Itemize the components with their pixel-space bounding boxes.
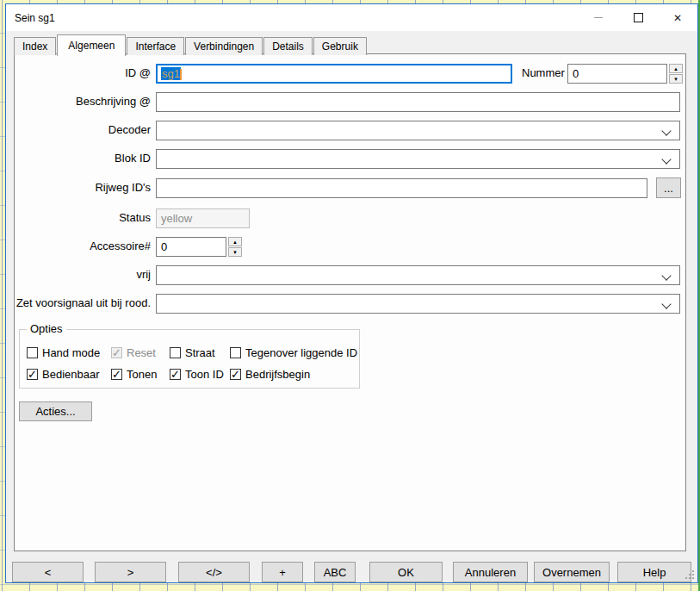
help-button[interactable]: Help (617, 562, 691, 582)
accessoire-spin-down-icon[interactable]: ▼ (228, 247, 242, 257)
checkbox-label: Bedienbaar (42, 368, 100, 381)
checkbox-icon (170, 369, 181, 380)
checkbox-label: Reset (127, 346, 156, 359)
checkbox-label: Straat (185, 346, 215, 359)
window-title: Sein sg1 (15, 12, 55, 24)
close-button[interactable]: ✕ (658, 4, 697, 31)
accessoire-label: Accessoire# (15, 240, 151, 252)
annuleren-button[interactable]: Annuleren (453, 562, 528, 582)
rijweg-browse-button[interactable]: ... (656, 177, 681, 198)
maximize-icon (634, 13, 643, 22)
vrij-label: vrij (15, 268, 151, 281)
add-button[interactable]: + (262, 562, 303, 582)
abc-button[interactable]: ABC (314, 562, 356, 582)
beschrijving-label: Beschrijving @ (15, 95, 151, 108)
checkbox-bedrijfsbegin[interactable]: Bedrijfsbegin (230, 368, 310, 381)
voorsignaal-select[interactable] (156, 294, 680, 314)
chevron-down-icon (661, 299, 671, 308)
text-caret (180, 69, 182, 80)
decoder-label: Decoder (15, 123, 151, 136)
overnemen-button[interactable]: Overnemen (534, 562, 610, 582)
id-input[interactable]: sg1 (156, 64, 512, 84)
checkbox-icon (111, 347, 122, 358)
checkbox-icon (230, 369, 241, 380)
vrij-select[interactable] (156, 265, 680, 285)
accessoire-spinner: ▲ ▼ (228, 237, 242, 257)
checkbox-icon (170, 347, 181, 358)
beschrijving-input[interactable] (156, 92, 680, 112)
checkbox-label: Hand mode (42, 346, 100, 359)
chevron-down-icon (661, 271, 671, 280)
nummer-label: Nummer (522, 66, 565, 79)
nummer-spinner: ▲ ▼ (669, 64, 683, 84)
checkbox-straat[interactable]: Straat (170, 346, 215, 359)
acties-button[interactable]: Acties... (19, 401, 92, 421)
tab-algemeen[interactable]: Algemeen (57, 34, 126, 56)
opties-group-title: Opties (27, 322, 66, 335)
nummer-input[interactable]: 0 (567, 64, 667, 84)
rijweg-ids-label: Rijweg ID's (15, 181, 151, 194)
close-icon: ✕ (673, 13, 682, 23)
ok-button[interactable]: OK (369, 562, 443, 582)
id-selected-text: sg1 (161, 67, 181, 80)
window-controls: ✕ (579, 4, 697, 31)
checkbox-label: Tonen (127, 368, 157, 381)
status-label: Status (15, 211, 151, 224)
nummer-spin-down-icon[interactable]: ▼ (669, 74, 683, 84)
prev-button[interactable]: < (12, 562, 84, 582)
tab-verbindingen[interactable]: Verbindingen (185, 37, 263, 55)
titlebar[interactable]: Sein sg1 ✕ (6, 4, 697, 31)
minimize-button (579, 4, 618, 31)
code-button[interactable]: </> (178, 562, 250, 582)
checkbox-icon (111, 369, 122, 380)
checkbox-hand-mode[interactable]: Hand mode (27, 346, 100, 359)
checkbox-icon (27, 347, 38, 358)
tab-details[interactable]: Details (263, 37, 313, 55)
resize-grip[interactable] (692, 577, 694, 579)
chevron-down-icon (661, 154, 671, 164)
checkbox-label: Tegenover liggende ID (245, 346, 357, 359)
checkbox-label: Bedrijfsbegin (245, 368, 310, 381)
tab-gebruik[interactable]: Gebruik (313, 37, 367, 55)
maximize-button[interactable] (618, 4, 658, 31)
accessoire-spin-up-icon[interactable]: ▲ (228, 237, 242, 246)
checkbox-icon (27, 369, 38, 380)
tabstrip: Index Algemeen Interface Verbindingen De… (14, 34, 368, 55)
accessoire-input[interactable]: 0 (156, 237, 226, 257)
next-button[interactable]: > (95, 562, 166, 582)
tab-panel-algemeen: ID @ sg1 Nummer 0 ▲ ▼ Beschrijving @ Dec… (14, 53, 686, 551)
blok-id-label: Blok ID (15, 152, 151, 165)
chevron-down-icon (661, 126, 671, 135)
checkbox-icon (230, 347, 241, 358)
dialog-sein: Sein sg1 ✕ Index Algemeen Interface Verb… (5, 3, 698, 583)
checkbox-tonen[interactable]: Tonen (111, 368, 157, 381)
rijweg-ids-input[interactable] (156, 178, 647, 198)
checkbox-toon-id[interactable]: Toon ID (170, 368, 224, 381)
opties-groupbox: Opties Hand mode Reset Straat Tegenover … (19, 329, 360, 389)
nummer-spin-up-icon[interactable]: ▲ (669, 64, 683, 73)
voorsignaal-label: Zet voorsignaal uit bij rood. (15, 296, 151, 309)
blok-id-select[interactable] (156, 149, 680, 169)
minimize-icon (594, 17, 603, 18)
checkbox-reset: Reset (111, 346, 156, 359)
tab-interface[interactable]: Interface (127, 37, 184, 55)
checkbox-label: Toon ID (185, 368, 224, 381)
checkbox-tegenover-liggende-id[interactable]: Tegenover liggende ID (230, 346, 357, 359)
tab-index[interactable]: Index (14, 37, 56, 55)
decoder-select[interactable] (156, 121, 680, 140)
checkbox-bedienbaar[interactable]: Bedienbaar (27, 368, 100, 381)
status-input: yellow (156, 208, 250, 228)
id-label: ID @ (15, 66, 151, 79)
